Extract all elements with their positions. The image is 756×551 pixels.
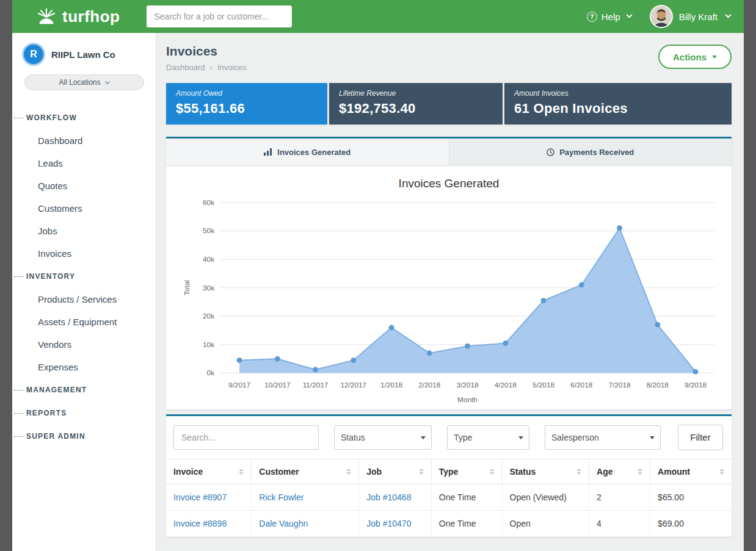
section-dash-icon: [14, 413, 23, 414]
nav-section-inventory[interactable]: INVENTORY: [12, 265, 156, 288]
customer-link[interactable]: Dale Vaughn: [259, 519, 308, 528]
sidebar-item-products-services[interactable]: Products / Services: [12, 288, 156, 311]
caret-down-icon: [712, 56, 717, 59]
actions-button-label: Actions: [673, 52, 707, 62]
job-link[interactable]: Job #10470: [366, 519, 411, 528]
nav-section-super-admin[interactable]: SUPER ADMIN: [12, 425, 156, 448]
svg-text:0k: 0k: [207, 369, 215, 377]
svg-text:60k: 60k: [203, 198, 214, 207]
svg-text:9/2017: 9/2017: [228, 381, 250, 389]
sidebar-item-assets-equipment[interactable]: Assets / Equipment: [12, 311, 156, 333]
sort-icon: [490, 469, 495, 475]
table-search-input[interactable]: [173, 425, 319, 450]
column-header-amount[interactable]: Amount: [650, 459, 732, 484]
actions-button[interactable]: Actions: [658, 45, 732, 69]
help-label: Help: [602, 12, 620, 22]
nav-section-label: REPORTS: [26, 409, 67, 417]
stat-amount-owed: Amount Owed $55,161.66: [166, 83, 327, 124]
section-dash-icon: [14, 390, 23, 391]
section-dash-icon: [14, 276, 23, 277]
column-header-age[interactable]: Age: [589, 459, 650, 484]
global-search-input[interactable]: [147, 5, 292, 27]
nav-section-label: INVENTORY: [26, 272, 75, 281]
svg-text:40k: 40k: [203, 255, 214, 264]
stat-open-invoices: Amount Invoices 61 Open Invoices: [504, 83, 732, 124]
column-header-job[interactable]: Job: [359, 459, 432, 484]
column-header-invoice[interactable]: Invoice: [166, 459, 252, 484]
stat-label: Amount Owed: [176, 89, 318, 98]
chart-wrap: Invoices Generated 0k10k20k30k40k50k60k9…: [166, 166, 732, 409]
sidebar-item-leads[interactable]: Leads: [12, 152, 156, 175]
help-menu[interactable]: ? Help: [587, 12, 631, 22]
invoice-link[interactable]: Invoice #8898: [173, 519, 227, 528]
sidebar: R RIIPL Lawn Co All Locations WORKFLOW D…: [12, 33, 156, 551]
svg-text:50k: 50k: [203, 226, 214, 235]
avatar: [650, 5, 673, 28]
table-header-row: Invoice Customer Job Type Status Age Amo…: [166, 459, 732, 484]
sidebar-item-dashboard[interactable]: Dashboard: [12, 129, 156, 152]
help-icon: ?: [587, 12, 597, 22]
svg-text:6/2018: 6/2018: [570, 381, 593, 389]
global-search: [147, 5, 292, 27]
sidebar-item-vendors[interactable]: Vendors: [12, 333, 156, 356]
location-selector[interactable]: All Locations: [24, 74, 144, 90]
tab-invoices-generated[interactable]: Invoices Generated: [166, 139, 449, 165]
stat-lifetime-revenue: Lifetime Revenue $192,753.40: [329, 83, 503, 124]
sidebar-item-invoices[interactable]: Invoices: [12, 242, 156, 265]
svg-text:20k: 20k: [203, 312, 214, 320]
svg-text:1/2018: 1/2018: [380, 381, 403, 389]
breadcrumb-dashboard[interactable]: Dashboard: [166, 63, 205, 72]
sidebar-item-jobs[interactable]: Jobs: [12, 220, 156, 242]
customer-link[interactable]: Rick Fowler: [259, 492, 303, 502]
type-cell: One Time: [431, 484, 502, 510]
nav-section-label: WORKFLOW: [26, 113, 77, 122]
job-link[interactable]: Job #10468: [366, 492, 411, 502]
column-header-status[interactable]: Status: [502, 459, 589, 484]
stat-label: Lifetime Revenue: [339, 89, 493, 98]
sidebar-item-expenses[interactable]: Expenses: [12, 356, 156, 378]
status-select[interactable]: Status: [334, 425, 432, 450]
tab-payments-received[interactable]: Payments Received: [449, 139, 732, 165]
tab-label: Payments Received: [559, 148, 634, 157]
svg-text:10/2017: 10/2017: [264, 381, 291, 389]
user-menu[interactable]: Billy Kraft: [650, 5, 730, 28]
company-badge: R: [22, 43, 45, 66]
stat-value: $55,161.66: [176, 101, 318, 117]
column-header-type[interactable]: Type: [431, 459, 502, 484]
amount-cell: $69.00: [650, 510, 732, 536]
salesperson-select-wrap: Salesperson: [545, 425, 661, 450]
svg-text:30k: 30k: [203, 284, 214, 292]
salesperson-select[interactable]: Salesperson: [545, 425, 661, 450]
nav-section-label: SUPER ADMIN: [26, 432, 85, 441]
location-selector-label: All Locations: [59, 78, 100, 87]
nav-section-management[interactable]: MANAGEMENT: [12, 378, 156, 402]
invoice-link[interactable]: Invoice #8907: [173, 492, 227, 502]
sidebar-item-quotes[interactable]: Quotes: [12, 175, 156, 197]
main-content: Invoices Dashboard › Invoices Actions Am…: [156, 33, 744, 551]
app-window: turfhop ? Help: [12, 0, 744, 551]
type-cell: One Time: [431, 510, 502, 536]
stat-cards: Amount Owed $55,161.66 Lifetime Revenue …: [166, 83, 732, 124]
brand-home-link[interactable]: turfhop: [35, 6, 120, 27]
svg-text:8/2018: 8/2018: [647, 381, 669, 389]
status-cell: Open (Viewed): [502, 484, 589, 510]
filter-button[interactable]: Filter: [678, 425, 723, 450]
svg-text:12/2017: 12/2017: [340, 381, 366, 389]
nav-section-workflow[interactable]: WORKFLOW: [12, 106, 156, 129]
svg-text:5/2018: 5/2018: [532, 381, 555, 389]
page-head: Invoices Dashboard › Invoices Actions: [166, 43, 732, 72]
nav-section-reports[interactable]: REPORTS: [12, 402, 156, 425]
column-header-customer[interactable]: Customer: [252, 459, 359, 484]
status-select-wrap: Status: [334, 425, 432, 450]
type-select[interactable]: Type: [447, 425, 529, 450]
sidebar-item-customers[interactable]: Customers: [12, 197, 156, 220]
svg-text:2/2018: 2/2018: [418, 381, 441, 389]
stat-label: Amount Invoices: [514, 89, 722, 98]
brand-name: turfhop: [62, 7, 120, 26]
breadcrumb: Dashboard › Invoices: [166, 63, 247, 72]
svg-text:Month: Month: [457, 395, 478, 404]
invoices-table: Invoice Customer Job Type Status Age Amo…: [166, 459, 732, 537]
table-row: Invoice #8907 Rick Fowler Job #10468 One…: [166, 484, 732, 510]
stat-value: $192,753.40: [339, 101, 493, 117]
svg-text:Total: Total: [183, 280, 191, 295]
